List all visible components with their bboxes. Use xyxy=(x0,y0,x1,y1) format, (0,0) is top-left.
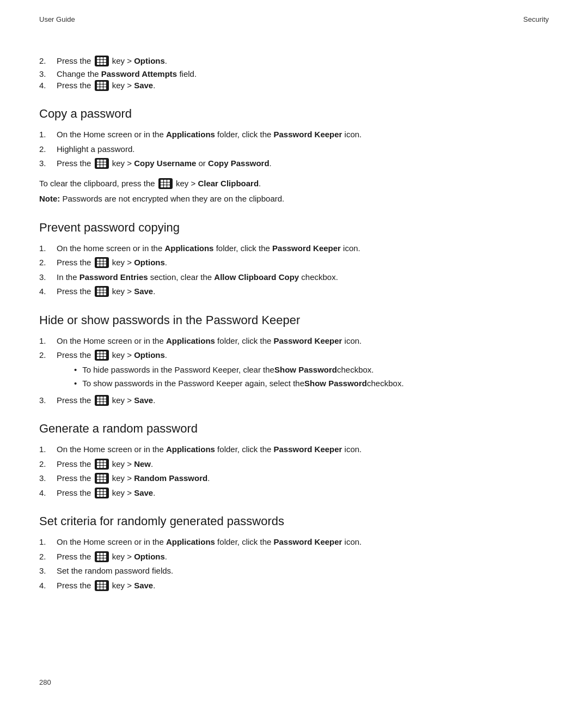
copy-step-1: 1. On the Home screen or in the Applicat… xyxy=(39,129,549,141)
hide-step-1: 1. On the Home screen or in the Applicat… xyxy=(39,335,549,348)
bb-key-icon xyxy=(95,488,109,498)
main-content: 2. Press the key > Options. 3. Change th… xyxy=(0,23,588,650)
clear-clipboard-note: To clear the clipboard, press the key > … xyxy=(39,178,549,190)
bb-key-icon xyxy=(95,459,109,470)
copy-password-steps: 1. On the Home screen or in the Applicat… xyxy=(39,129,549,170)
criteria-step-3: 3. Set the random password fields. xyxy=(39,565,549,577)
header-right: Security xyxy=(523,15,549,23)
hide-show-steps: 1. On the Home screen or in the Applicat… xyxy=(39,335,549,407)
section-copy-password: Copy a password 1. On the Home screen or… xyxy=(39,107,549,205)
generate-step-4: 4. Press the key > Save. xyxy=(39,487,549,500)
bullet-show: To show passwords in the Password Keeper… xyxy=(74,378,404,390)
bb-key-icon xyxy=(95,350,109,361)
page-number: 280 xyxy=(39,678,51,686)
encryption-note: Note: Passwords are not encrypted when t… xyxy=(39,193,549,205)
header-left: User Guide xyxy=(39,15,75,23)
bb-key-icon xyxy=(95,395,109,406)
bb-key-icon xyxy=(95,56,109,66)
section-set-criteria: Set criteria for randomly generated pass… xyxy=(39,514,549,592)
section-hide-show: Hide or show passwords in the Password K… xyxy=(39,313,549,407)
generate-step-1: 1. On the Home screen or in the Applicat… xyxy=(39,443,549,456)
hide-show-bullets: To hide passwords in the Password Keeper… xyxy=(74,364,404,390)
intro-step-2: 2. Press the key > Options. xyxy=(39,56,549,67)
bb-key-icon xyxy=(95,580,109,591)
page-footer: 280 xyxy=(39,678,51,686)
criteria-step-2: 2. Press the key > Options. xyxy=(39,551,549,563)
section-heading-copy-password: Copy a password xyxy=(39,107,549,121)
generate-step-2: 2. Press the key > New. xyxy=(39,458,549,471)
copy-step-3: 3. Press the key > Copy Username or Copy… xyxy=(39,157,549,170)
hide-step-2: 2. Press the key > Options. To hide pass… xyxy=(39,349,549,392)
hide-step-3: 3. Press the key > Save. xyxy=(39,394,549,407)
intro-step-3: 3. Change the Password Attempts field. xyxy=(39,69,549,78)
section-heading-hide-show: Hide or show passwords in the Password K… xyxy=(39,313,549,327)
bb-key-icon xyxy=(158,178,173,189)
bb-key-icon xyxy=(95,551,109,562)
intro-steps: 2. Press the key > Options. 3. Change th… xyxy=(39,56,549,92)
criteria-step-4: 4. Press the key > Save. xyxy=(39,580,549,592)
criteria-step-1: 1. On the Home screen or in the Applicat… xyxy=(39,536,549,549)
section-heading-generate-random: Generate a random password xyxy=(39,422,549,436)
prevent-step-2: 2. Press the key > Options. xyxy=(39,257,549,269)
bullet-hide: To hide passwords in the Password Keeper… xyxy=(74,364,404,376)
copy-step-2: 2. Highlight a password. xyxy=(39,143,549,156)
section-generate-random: Generate a random password 1. On the Hom… xyxy=(39,422,549,499)
prevent-step-3: 3. In the Password Entries section, clea… xyxy=(39,271,549,284)
intro-step-4: 4. Press the key > Save. xyxy=(39,81,549,92)
bb-key-icon xyxy=(95,158,109,169)
section-heading-prevent-copying: Prevent password copying xyxy=(39,221,549,235)
generate-steps: 1. On the Home screen or in the Applicat… xyxy=(39,443,549,499)
prevent-copying-steps: 1. On the home screen or in the Applicat… xyxy=(39,242,549,298)
bb-key-icon xyxy=(95,286,109,297)
section-prevent-copying: Prevent password copying 1. On the home … xyxy=(39,221,549,298)
criteria-steps: 1. On the Home screen or in the Applicat… xyxy=(39,536,549,592)
prevent-step-1: 1. On the home screen or in the Applicat… xyxy=(39,242,549,255)
bb-key-icon xyxy=(95,257,109,268)
bb-key-icon xyxy=(95,80,109,91)
prevent-step-4: 4. Press the key > Save. xyxy=(39,285,549,298)
generate-step-3: 3. Press the key > Random Password. xyxy=(39,472,549,485)
section-heading-set-criteria: Set criteria for randomly generated pass… xyxy=(39,514,549,528)
bb-key-icon xyxy=(95,473,109,484)
